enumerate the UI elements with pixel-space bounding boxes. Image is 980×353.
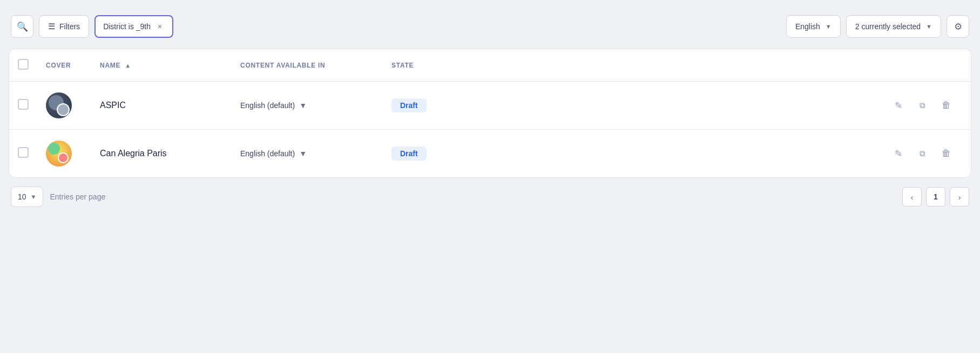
header-name[interactable]: NAME ▲ <box>91 49 232 82</box>
pagination-bar: 10 ▼ Entries per page ‹ 1 › <box>9 178 971 211</box>
page-size-value: 10 <box>18 192 26 201</box>
item-name: ASPIC <box>100 101 126 110</box>
table-header-row: COVER NAME ▲ CONTENT AVAILABLE IN STATE <box>9 49 971 82</box>
settings-icon: ⚙ <box>954 21 962 32</box>
delete-button[interactable]: 🗑 <box>938 98 954 113</box>
lang-chevron-icon: ▼ <box>299 101 307 110</box>
toolbar-left: 🔍 ☰ Filters District is _9th × <box>11 15 781 38</box>
header-actions <box>469 49 971 82</box>
row-actions: ✎ ⧉ 🗑 <box>478 146 962 161</box>
prev-page-button[interactable]: ‹ <box>902 187 922 207</box>
filter-icon: ☰ <box>48 22 55 31</box>
header-checkbox[interactable] <box>18 59 29 70</box>
row-actions: ✎ ⧉ 🗑 <box>478 98 962 113</box>
row-actions-cell: ✎ ⧉ 🗑 <box>469 82 971 130</box>
header-checkbox-col <box>9 49 37 82</box>
row-checkbox[interactable] <box>18 147 29 158</box>
page-size-dropdown[interactable]: 10 ▼ <box>11 187 43 207</box>
language-value: English (default) <box>240 149 295 158</box>
search-button[interactable]: 🔍 <box>11 15 33 38</box>
page-size-chevron: ▼ <box>31 194 37 200</box>
row-name-cell: Can Alegria Paris <box>91 130 232 178</box>
copy-button[interactable]: ⧉ <box>915 146 930 161</box>
row-checkbox-cell <box>9 130 37 178</box>
header-state: STATE <box>383 49 469 82</box>
toolbar-right: English ▼ 2 currently selected ▼ ⚙ <box>786 15 969 38</box>
status-badge: Draft <box>391 146 427 161</box>
filters-label: Filters <box>59 22 80 31</box>
row-state-cell: Draft <box>383 82 469 130</box>
search-icon: 🔍 <box>17 21 28 32</box>
language-label: English <box>795 22 820 31</box>
selected-chevron-icon: ▼ <box>926 23 932 30</box>
status-badge: Draft <box>391 98 427 112</box>
row-content-cell: English (default) ▼ <box>232 82 383 130</box>
filter-tag: District is _9th × <box>94 15 173 38</box>
next-icon: › <box>958 192 961 202</box>
language-value: English (default) <box>240 101 295 110</box>
row-name-cell: ASPIC <box>91 82 232 130</box>
filter-tag-close-button[interactable]: × <box>155 22 165 31</box>
edit-button[interactable]: ✎ <box>891 98 906 113</box>
selected-label: 2 currently selected <box>855 22 921 31</box>
copy-button[interactable]: ⧉ <box>915 98 930 113</box>
language-chevron-icon: ▼ <box>826 23 832 30</box>
entries-label: Entries per page <box>50 192 105 201</box>
avatar <box>46 141 72 166</box>
row-content-cell: English (default) ▼ <box>232 130 383 178</box>
header-cover: COVER <box>37 49 91 82</box>
filter-tag-label: District is _9th <box>103 22 151 31</box>
lang-chevron-icon: ▼ <box>299 149 307 158</box>
row-cover-cell <box>37 82 91 130</box>
header-content: CONTENT AVAILABLE IN <box>232 49 383 82</box>
name-sort-icon: ▲ <box>125 62 131 69</box>
table-row: Can Alegria Paris English (default) ▼ Dr… <box>9 130 971 178</box>
settings-button[interactable]: ⚙ <box>947 15 969 38</box>
prev-icon: ‹ <box>911 192 914 202</box>
language-dropdown[interactable]: English ▼ <box>786 15 841 38</box>
row-checkbox-cell <box>9 82 37 130</box>
table-container: COVER NAME ▲ CONTENT AVAILABLE IN STATE <box>9 49 971 178</box>
row-state-cell: Draft <box>383 130 469 178</box>
row-cover-cell <box>37 130 91 178</box>
delete-button[interactable]: 🗑 <box>938 146 954 161</box>
language-dropdown-row[interactable]: English (default) ▼ <box>240 149 374 158</box>
language-dropdown-row[interactable]: English (default) ▼ <box>240 101 374 110</box>
data-table: COVER NAME ▲ CONTENT AVAILABLE IN STATE <box>9 49 971 177</box>
row-checkbox[interactable] <box>18 99 29 110</box>
row-actions-cell: ✎ ⧉ 🗑 <box>469 130 971 178</box>
current-page: 1 <box>926 187 945 207</box>
pagination-right: ‹ 1 › <box>902 187 969 207</box>
edit-button[interactable]: ✎ <box>891 146 906 161</box>
item-name: Can Alegria Paris <box>100 149 167 158</box>
table-row: ASPIC English (default) ▼ Draft ✎ ⧉ 🗑 <box>9 82 971 130</box>
next-page-button[interactable]: › <box>950 187 969 207</box>
avatar <box>46 92 72 118</box>
filters-button[interactable]: ☰ Filters <box>39 15 89 38</box>
selected-dropdown[interactable]: 2 currently selected ▼ <box>846 15 941 38</box>
toolbar: 🔍 ☰ Filters District is _9th × English ▼… <box>9 9 971 44</box>
